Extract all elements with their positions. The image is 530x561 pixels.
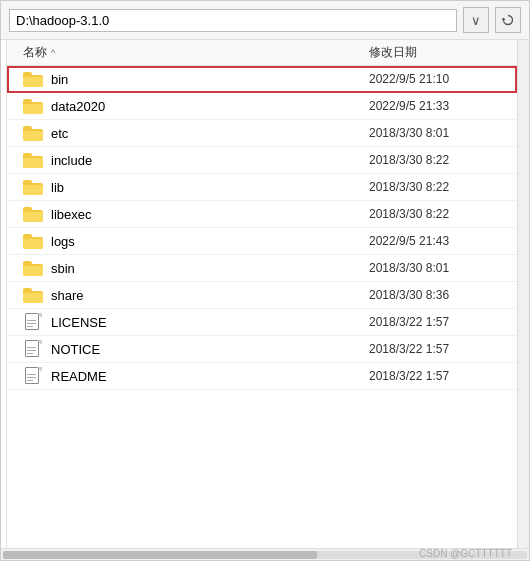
file-name: logs [51, 234, 369, 249]
table-row[interactable]: data2020 2022/9/5 21:33 [7, 93, 517, 120]
table-row[interactable]: libexec 2018/3/30 8:22 [7, 201, 517, 228]
svg-marker-0 [502, 18, 506, 21]
table-row[interactable]: sbin 2018/3/30 8:01 [7, 255, 517, 282]
file-date: 2018/3/30 8:22 [369, 153, 509, 167]
table-row[interactable]: LICENSE 2018/3/22 1:57 [7, 309, 517, 336]
file-explorer-window: D:\hadoop-3.1.0 ∨ 名称 ^ 修改日期 [0, 0, 530, 561]
file-list: 名称 ^ 修改日期 bin 2022/9/5 21:10 [7, 40, 517, 548]
folder-icon [23, 233, 43, 249]
folder-icon [23, 206, 43, 222]
file-name: sbin [51, 261, 369, 276]
file-date: 2022/9/5 21:43 [369, 234, 509, 248]
table-row[interactable]: NOTICE 2018/3/22 1:57 [7, 336, 517, 363]
watermark: CSDN @GCTTTTTT [419, 548, 516, 559]
address-bar: D:\hadoop-3.1.0 ∨ [1, 1, 529, 40]
document-icon [23, 341, 43, 357]
file-date: 2022/9/5 21:10 [369, 72, 509, 86]
file-name: bin [51, 72, 369, 87]
file-date: 2018/3/22 1:57 [369, 342, 509, 356]
file-name: share [51, 288, 369, 303]
table-row[interactable]: bin 2022/9/5 21:10 [7, 66, 517, 93]
file-name: LICENSE [51, 315, 369, 330]
name-column-header[interactable]: 名称 ^ [23, 44, 369, 61]
file-name: data2020 [51, 99, 369, 114]
table-row[interactable]: README 2018/3/22 1:57 [7, 363, 517, 390]
folder-icon [23, 152, 43, 168]
file-date: 2018/3/30 8:01 [369, 126, 509, 140]
sort-arrow-icon: ^ [51, 48, 55, 58]
file-name: README [51, 369, 369, 384]
horizontal-scrollbar[interactable]: CSDN @GCTTTTTT [1, 548, 529, 560]
file-date: 2018/3/30 8:22 [369, 207, 509, 221]
file-date: 2018/3/22 1:57 [369, 369, 509, 383]
folder-icon [23, 260, 43, 276]
file-name: libexec [51, 207, 369, 222]
document-icon [23, 314, 43, 330]
file-name: NOTICE [51, 342, 369, 357]
content-area: 名称 ^ 修改日期 bin 2022/9/5 21:10 [1, 40, 529, 548]
table-row[interactable]: share 2018/3/30 8:36 [7, 282, 517, 309]
file-date: 2018/3/22 1:57 [369, 315, 509, 329]
table-row[interactable]: lib 2018/3/30 8:22 [7, 174, 517, 201]
folder-icon [23, 179, 43, 195]
date-column-header[interactable]: 修改日期 [369, 44, 509, 61]
file-name: etc [51, 126, 369, 141]
file-date: 2018/3/30 8:36 [369, 288, 509, 302]
file-date: 2022/9/5 21:33 [369, 99, 509, 113]
folder-icon [23, 71, 43, 87]
file-date: 2018/3/30 8:01 [369, 261, 509, 275]
column-header: 名称 ^ 修改日期 [7, 40, 517, 66]
vertical-scrollbar[interactable] [517, 40, 529, 548]
address-input[interactable]: D:\hadoop-3.1.0 [9, 9, 457, 32]
file-rows-container: bin 2022/9/5 21:10 data2020 2022/9/5 21:… [7, 66, 517, 390]
dropdown-button[interactable]: ∨ [463, 7, 489, 33]
folder-icon [23, 287, 43, 303]
folder-icon [23, 125, 43, 141]
file-date: 2018/3/30 8:22 [369, 180, 509, 194]
file-name: include [51, 153, 369, 168]
folder-icon [23, 98, 43, 114]
table-row[interactable]: etc 2018/3/30 8:01 [7, 120, 517, 147]
table-row[interactable]: logs 2022/9/5 21:43 [7, 228, 517, 255]
file-name: lib [51, 180, 369, 195]
table-row[interactable]: include 2018/3/30 8:22 [7, 147, 517, 174]
refresh-button[interactable] [495, 7, 521, 33]
document-icon [23, 368, 43, 384]
